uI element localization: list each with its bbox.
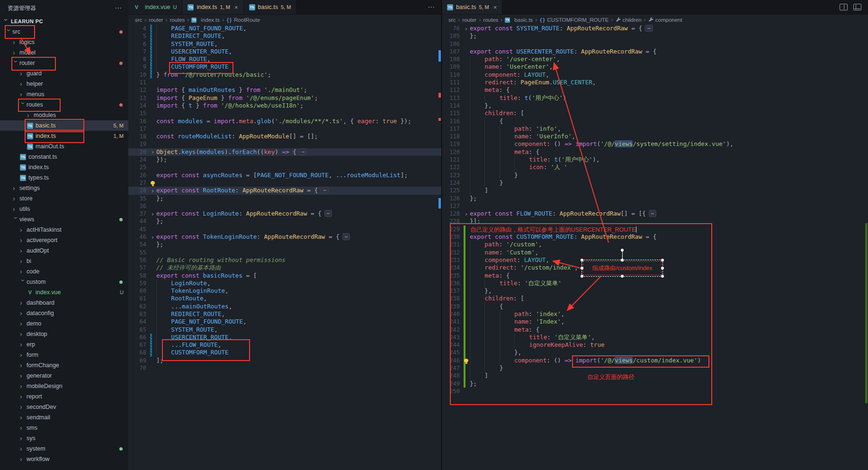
code-line-110[interactable]: 110component: LAYOUT,: [442, 71, 868, 79]
code-line-14[interactable]: 14import { t } from '/@/hooks/web/useI18…: [128, 102, 441, 109]
code-line-122[interactable]: 122icon: '人 ': [442, 163, 868, 171]
code-line-127[interactable]: 127: [442, 202, 868, 210]
code-line-36[interactable]: 36: [128, 202, 441, 210]
code-line-24[interactable]: 24});: [128, 156, 441, 163]
fold-collapsed-icon[interactable]: ›: [151, 234, 155, 240]
code-line-57[interactable]: 57// 未经许可的基本路由: [128, 264, 441, 271]
code-line-246[interactable]: 246component: () => import('/@/views/cus…: [442, 357, 868, 364]
code-line-230[interactable]: 230export const CUSTOMFORM_ROUTE: AppRou…: [442, 233, 868, 241]
tree-folder-guard[interactable]: ›guard: [0, 68, 128, 79]
code-line-250[interactable]: 250: [442, 388, 868, 395]
tree-folder-actHiTaskinst[interactable]: ›actHiTaskinst: [0, 225, 128, 235]
fold-collapsed-icon[interactable]: ›: [151, 211, 155, 217]
code-line-65[interactable]: 65SYSTEM_ROUTE,: [128, 326, 441, 334]
lightbulb-icon[interactable]: [464, 359, 468, 362]
tree-folder-report[interactable]: ›report: [0, 391, 128, 402]
tree-folder-sys[interactable]: ›sys: [0, 433, 128, 443]
tree-folder-custom[interactable]: ›custom: [0, 277, 128, 287]
code-line-106[interactable]: 106: [442, 40, 868, 48]
tree-folder-views[interactable]: ›views: [0, 214, 128, 225]
tree-file-mainOut.ts[interactable]: TSmainOut.ts: [0, 141, 128, 152]
code-line-107[interactable]: 107export const USERCENTER_ROUTE: AppRou…: [442, 48, 868, 55]
code-line-55[interactable]: 55: [128, 249, 441, 256]
code-line-123[interactable]: 123}: [442, 172, 868, 179]
code-line-120[interactable]: 120meta: {: [442, 148, 868, 156]
close-icon[interactable]: ×: [234, 4, 238, 11]
code-line-69[interactable]: 69];: [128, 357, 441, 364]
breadcrumb-item-index.ts[interactable]: TSindex.ts: [191, 17, 220, 23]
code-line-248[interactable]: 248]: [442, 372, 868, 380]
tree-folder-mobileDesign[interactable]: ›mobileDesign: [0, 381, 128, 391]
code-line-124[interactable]: 124}: [442, 179, 868, 187]
breadcrumb-item-RootRoute[interactable]: {}RootRoute: [226, 17, 260, 23]
code-line-235[interactable]: 235meta: {: [442, 272, 868, 280]
breadcrumb-item-routes[interactable]: routes: [170, 17, 185, 23]
code-line-61[interactable]: 61RootRoute,: [128, 295, 441, 302]
editor-more-actions-icon[interactable]: ⋯: [428, 3, 435, 11]
code-line-66[interactable]: 66USERCENTER_ROUTE,: [128, 334, 441, 341]
tree-folder-utils[interactable]: ›utils: [0, 204, 128, 214]
code-line-231[interactable]: 231path: '/custom',: [442, 241, 868, 248]
code-line-16[interactable]: 16const modules = import.meta.glob('./mo…: [128, 118, 441, 125]
tree-folder-system[interactable]: ›system: [0, 443, 128, 454]
code-line-128[interactable]: 128›export const FLOW_ROUTE: AppRouteRec…: [442, 210, 868, 217]
code-line-239[interactable]: 239{: [442, 303, 868, 310]
tab-index.vue[interactable]: Vindex.vueU: [128, 0, 182, 14]
code-line-242[interactable]: 242meta: {: [442, 326, 868, 334]
code-line-27[interactable]: 27: [128, 179, 441, 187]
tree-folder-formChange[interactable]: ›formChange: [0, 360, 128, 371]
tree-folder-code[interactable]: ›code: [0, 266, 128, 277]
lightbulb-icon[interactable]: [151, 181, 155, 185]
folded-code-ellipsis[interactable]: ⋯: [645, 25, 653, 32]
code-line-63[interactable]: 63REDIRECT_ROUTE,: [128, 310, 441, 318]
code-line-126[interactable]: 126};: [442, 195, 868, 202]
code-line-62[interactable]: 62...mainOutRoutes,: [128, 303, 441, 310]
tree-folder-secondDev[interactable]: ›secondDev: [0, 402, 128, 412]
tree-file-index.vue[interactable]: Vindex.vueU: [0, 287, 128, 298]
tree-folder-sms[interactable]: ›sms: [0, 423, 128, 433]
folded-code-ellipsis[interactable]: ⋯: [324, 210, 332, 217]
code-line-70[interactable]: 70: [128, 364, 441, 372]
tab-index.ts[interactable]: TSindex.ts1, M×: [182, 0, 243, 14]
explorer-more-actions-icon[interactable]: ⋯: [115, 4, 122, 12]
tree-folder-dashboard[interactable]: ›dashboard: [0, 298, 128, 308]
code-line-13[interactable]: 13import { PageEnum } from '/@/enums/pag…: [128, 94, 441, 102]
code-line-233[interactable]: 233component: LAYOUT,: [442, 256, 868, 264]
code-line-240[interactable]: 240path: 'index',: [442, 310, 868, 318]
workspace-section-header[interactable]: › LEARUN PC: [0, 16, 128, 27]
breadcrumb-item-router[interactable]: router: [462, 17, 476, 23]
tree-folder-workflow[interactable]: ›workflow: [0, 454, 128, 464]
tab-basic.ts[interactable]: TSbasic.ts5, M: [244, 0, 297, 14]
code-line-76[interactable]: 76›export const SYSTEM_ROUTE: AppRouteRe…: [442, 25, 868, 32]
code-line-229[interactable]: 229: [442, 226, 868, 233]
breadcrumb-item-component[interactable]: component: [648, 17, 682, 23]
code-line-105[interactable]: 105};: [442, 32, 868, 40]
tree-file-constant.ts[interactable]: TSconstant.ts: [0, 152, 128, 162]
tree-folder-modules[interactable]: ›modules: [0, 110, 128, 120]
tree-folder-form[interactable]: ›form: [0, 350, 128, 360]
tree-folder-model[interactable]: ›model: [0, 47, 128, 58]
code-line-11[interactable]: 11: [128, 79, 441, 86]
code-line-26[interactable]: 26export const asyncRoutes = [PAGE_NOT_F…: [128, 172, 441, 179]
tree-folder-src[interactable]: ›src: [0, 27, 128, 37]
code-line-25[interactable]: 25: [128, 163, 441, 171]
code-line-46[interactable]: 46›export const TokenLoginRoute: AppRout…: [128, 233, 441, 241]
code-line-4[interactable]: 4PAGE_NOT_FOUND_ROUTE,: [128, 25, 441, 32]
code-line-59[interactable]: 59LoginRoute,: [128, 280, 441, 287]
fold-collapsed-icon[interactable]: ›: [465, 26, 468, 32]
breadcrumb-item-CUSTOMFORM_ROUTE[interactable]: {}CUSTOMFORM_ROUTE: [539, 17, 608, 23]
tree-folder-desktop[interactable]: ›desktop: [0, 329, 128, 339]
code-line-18[interactable]: 18const routeModuleList: AppRouteModule[…: [128, 133, 441, 140]
tree-folder-auditOpt[interactable]: ›auditOpt: [0, 245, 128, 256]
fold-collapsed-icon[interactable]: ›: [151, 149, 155, 155]
tree-folder-helper[interactable]: ›helper: [0, 79, 128, 89]
folded-code-ellipsis[interactable]: ⋯: [321, 187, 329, 194]
code-line-118[interactable]: 118name: 'UserInfo',: [442, 133, 868, 140]
code-line-64[interactable]: 64PAGE_NOT_FOUND_ROUTE,: [128, 318, 441, 325]
breadcrumb-item-src[interactable]: src: [448, 17, 456, 23]
code-line-9[interactable]: 9CUSTOMFORM_ROUTE: [128, 63, 441, 71]
code-line-125[interactable]: 125]: [442, 187, 868, 194]
folded-code-ellipsis[interactable]: ⋯: [299, 148, 307, 155]
breadcrumb-item-src[interactable]: src: [135, 17, 142, 23]
tree-folder-router[interactable]: ›router: [0, 58, 128, 68]
